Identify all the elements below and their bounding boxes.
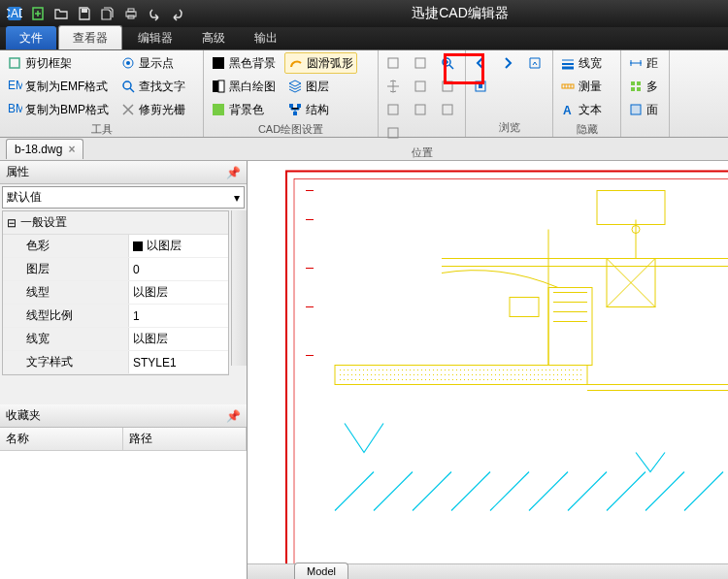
查找文字-button[interactable]: 查找文字 — [117, 76, 188, 97]
emf-icon: EMF — [7, 79, 22, 94]
svg-rect-21 — [388, 58, 398, 68]
pos5-button[interactable] — [410, 99, 431, 120]
图层-button[interactable]: 图层 — [284, 76, 357, 97]
cad-drawing — [248, 161, 728, 579]
svg-rect-68 — [510, 298, 539, 317]
drawing-canvas[interactable]: Model — [248, 161, 728, 579]
blackbg-icon — [211, 55, 226, 71]
svg-line-80 — [529, 472, 568, 511]
pos3-button[interactable] — [410, 76, 431, 97]
nav-left-button[interactable] — [470, 52, 491, 74]
显示点-button[interactable]: 显示点 — [117, 52, 188, 74]
svg-line-13 — [130, 88, 134, 92]
prop-category[interactable]: ⊟一般设置 — [3, 211, 228, 235]
undo-icon[interactable] — [144, 3, 165, 24]
nav-right-button[interactable] — [497, 52, 518, 74]
model-tab[interactable]: Model — [294, 563, 348, 579]
zoomwin-button[interactable] — [382, 99, 404, 120]
复制为EMF格式-button[interactable]: EMF复制为EMF格式 — [4, 76, 112, 97]
svg-rect-60 — [548, 288, 592, 366]
tab-file[interactable]: 文件 — [6, 26, 56, 49]
背景色-button[interactable]: 背景色 — [208, 99, 279, 120]
复制为BMP格式-button[interactable]: BMP复制为BMP格式 — [4, 99, 112, 120]
nav-up-icon — [527, 55, 543, 71]
svg-rect-48 — [294, 179, 728, 580]
pos1-button[interactable] — [382, 52, 404, 74]
group-title: CAD绘图设置 — [208, 120, 374, 139]
pos5-icon — [413, 102, 428, 117]
结构-button[interactable]: 结构 — [284, 99, 357, 120]
redo-icon[interactable] — [167, 3, 188, 24]
zoomext-button[interactable] — [382, 122, 404, 144]
pos4-button[interactable] — [437, 76, 458, 97]
collapse-icon[interactable]: ⊟ — [7, 216, 17, 230]
property-row[interactable]: 线型以图层 — [3, 281, 228, 305]
layer-icon — [287, 79, 303, 94]
nav-ext-button[interactable] — [470, 76, 491, 97]
main-area: 属性 📌 默认值▾ ⊟一般设置 色彩以图层图层0线型以图层线型比例1线宽以图层文… — [0, 161, 728, 579]
property-row[interactable]: 文字样式STYLE1 — [3, 351, 228, 374]
ribbon-tab-bar: 文件 查看器 编辑器 高级 输出 — [0, 27, 728, 50]
new-icon[interactable] — [27, 3, 49, 24]
面-button[interactable]: 面 — [625, 99, 661, 120]
fav-col-name[interactable]: 名称 — [0, 428, 123, 450]
property-row[interactable]: 线宽以图层 — [3, 328, 228, 351]
黑色背景-button[interactable]: 黑色背景 — [208, 52, 279, 74]
距-button[interactable]: 距 — [625, 52, 661, 74]
default-dropdown[interactable]: 默认值▾ — [2, 186, 245, 209]
修剪光栅-button[interactable]: 修剪光栅 — [117, 99, 188, 120]
document-tabs: b-18.dwg × — [0, 138, 728, 161]
ribbon-group: 剪切框架EMF复制为EMF格式BMP复制为BMP格式显示点查找文字修剪光栅工具 — [0, 50, 204, 137]
黑白绘图-button[interactable]: 黑白绘图 — [208, 76, 279, 97]
圆滑弧形-button[interactable]: 圆滑弧形 — [284, 52, 357, 74]
ribbon-group: 黑色背景黑白绘图背景色圆滑弧形图层结构CAD绘图设置 — [204, 50, 379, 137]
find-icon — [120, 79, 136, 94]
剪切框架-button[interactable]: 剪切框架 — [4, 52, 112, 74]
svg-rect-5 — [128, 9, 134, 12]
tab-output[interactable]: 输出 — [241, 26, 291, 49]
svg-rect-44 — [631, 87, 635, 91]
线宽-button[interactable]: 线宽 — [557, 52, 605, 74]
pos6-button[interactable] — [437, 99, 458, 120]
pos2-button[interactable] — [410, 52, 431, 74]
tab-advanced[interactable]: 高级 — [188, 26, 239, 49]
property-row[interactable]: 色彩以图层 — [3, 235, 228, 258]
svg-rect-20 — [293, 112, 297, 115]
svg-rect-7 — [10, 58, 19, 68]
pin-icon[interactable]: 📌 — [226, 409, 241, 423]
pin-icon[interactable]: 📌 — [226, 166, 241, 179]
svg-rect-22 — [415, 58, 425, 68]
ribbon: 剪切框架EMF复制为EMF格式BMP复制为BMP格式显示点查找文字修剪光栅工具黑… — [0, 50, 728, 138]
svg-rect-28 — [443, 105, 452, 114]
saveall-icon[interactable] — [97, 3, 118, 24]
多-button[interactable]: 多 — [625, 76, 661, 97]
fav-col-path[interactable]: 路径 — [123, 428, 247, 450]
pan-button[interactable] — [382, 76, 404, 97]
cad-logo-icon[interactable]: CAD — [4, 3, 25, 24]
scrollbar-v[interactable] — [231, 210, 247, 366]
property-row[interactable]: 图层0 — [3, 258, 228, 281]
save-icon[interactable] — [74, 3, 95, 24]
nav-up-button[interactable] — [524, 52, 546, 74]
tab-editor[interactable]: 编辑器 — [124, 26, 186, 49]
open-icon[interactable] — [50, 3, 72, 24]
document-tab[interactable]: b-18.dwg × — [6, 139, 83, 159]
tab-viewer[interactable]: 查看器 — [58, 25, 122, 49]
property-grid[interactable]: ⊟一般设置 色彩以图层图层0线型以图层线型比例1线宽以图层文字样式STYLE1 — [2, 210, 229, 375]
svg-rect-43 — [637, 81, 641, 85]
group-title — [625, 133, 665, 137]
property-row[interactable]: 线型比例1 — [3, 305, 228, 328]
文本-button[interactable]: A文本 — [557, 99, 605, 120]
svg-rect-17 — [213, 104, 224, 115]
测量-button[interactable]: 测量 — [557, 76, 605, 97]
svg-rect-19 — [297, 104, 301, 108]
svg-text:CAD: CAD — [7, 7, 22, 20]
favorites-list[interactable] — [0, 451, 247, 579]
svg-rect-25 — [443, 81, 452, 91]
zoomin-button[interactable] — [437, 52, 458, 74]
close-doc-icon[interactable]: × — [68, 143, 75, 156]
text-icon: A — [560, 102, 576, 117]
title-bar: CAD 迅捷CAD编辑器 — [0, 0, 728, 27]
zoomwin-icon — [385, 102, 401, 117]
print-icon[interactable] — [120, 3, 142, 24]
